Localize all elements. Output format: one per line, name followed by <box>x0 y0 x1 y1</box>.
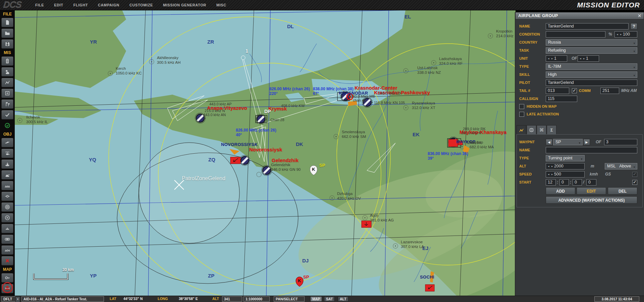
map-canvas[interactable]: YRZRDLELYQZQDKEKYPZPDJEJNOVOROSSIYSKKRAS… <box>15 10 516 296</box>
toolbar-section-file: FILE <box>0 12 15 16</box>
unit-total-spinner[interactable]: 1 <box>578 55 599 62</box>
pilot-input[interactable]: TankerGelend <box>546 80 637 86</box>
plane-icon <box>5 140 10 145</box>
menu-campaign[interactable]: CAMPAIGN <box>98 3 119 7</box>
menu-flight[interactable]: FLIGHT <box>73 3 88 7</box>
circlex-icon <box>5 215 10 220</box>
svg-text:Σ: Σ <box>550 128 553 132</box>
wp-of-label: OF <box>596 139 601 145</box>
edit-waypoint-button[interactable]: EDIT <box>577 187 606 195</box>
probability-spinner[interactable]: 100 <box>614 31 637 38</box>
add-template-button[interactable] <box>1 235 13 244</box>
mission-check-button[interactable] <box>1 121 13 130</box>
menu-customize[interactable]: CUSTOMIZE <box>129 3 153 7</box>
tail-input[interactable]: 013 <box>546 88 569 94</box>
panel-title: AIRPLANE GROUP <box>518 13 558 18</box>
late-activation-checkbox[interactable] <box>519 112 524 117</box>
type-label: TYPE <box>519 63 529 70</box>
comm-checkbox[interactable] <box>572 88 577 93</box>
waypoint-next-button[interactable]: ► <box>583 139 590 145</box>
close-icon[interactable]: ✕ <box>638 12 642 19</box>
map-layer-button[interactable]: MAP <box>310 296 322 302</box>
menu-edit[interactable]: EDIT <box>54 3 63 7</box>
task-select[interactable]: Refueling <box>546 47 637 54</box>
wp-name-input[interactable] <box>546 147 637 153</box>
statics-icon <box>5 183 10 188</box>
open-mission-button[interactable] <box>1 29 13 38</box>
add-shapes-button[interactable] <box>1 245 13 255</box>
type-select[interactable]: IL-78M <box>546 63 637 70</box>
waypoint-prev-button[interactable]: ◄ <box>546 139 552 145</box>
condition-input[interactable] <box>546 31 605 38</box>
add-bullseye-button[interactable] <box>1 202 13 212</box>
new-mission-button[interactable] <box>1 18 13 27</box>
panel-title-bar[interactable]: AIRPLANE GROUP ✕ <box>515 12 644 19</box>
profile-select[interactable]: DFLT <box>1 296 17 302</box>
save-icon <box>5 41 10 47</box>
add-static-button[interactable] <box>1 181 13 190</box>
speed-spinner[interactable]: 500 <box>546 171 585 178</box>
skill-label: SKILL <box>519 71 530 78</box>
checkgreen-icon <box>5 123 10 128</box>
name-input[interactable]: TankerGelend <box>546 23 629 30</box>
dome-icon <box>5 226 10 231</box>
goal-flags-button[interactable] <box>1 99 13 109</box>
tab-payload[interactable]: ⌘ <box>537 125 546 135</box>
add-route-zone-button[interactable] <box>1 192 13 201</box>
add-vehicle-button[interactable] <box>1 170 13 180</box>
add-waypoint-button[interactable]: ADD <box>546 187 575 195</box>
add-farp-button[interactable] <box>1 224 13 233</box>
pilot-label: PILOT <box>519 80 530 86</box>
start-time-checkbox[interactable] <box>632 180 637 185</box>
add-airplane-button[interactable] <box>1 138 13 147</box>
help-button[interactable]: ? <box>631 23 637 30</box>
title-bar: DCS FILEEDITFLIGHTCAMPAIGNCUSTOMIZEMISSI… <box>0 0 644 10</box>
waypoint-select[interactable]: SP <box>553 139 583 145</box>
weather-button[interactable] <box>1 67 13 77</box>
status-bar: DFLT ▼ AID-016 - AI_A2A - Refuel Tanker … <box>0 296 644 302</box>
country-select[interactable]: Russia <box>546 39 637 46</box>
delete-object-button[interactable] <box>1 256 13 265</box>
exit-editor-button[interactable] <box>2 282 13 293</box>
advanced-actions-button[interactable]: ADVANCED (WAYPOINT ACTIONS) <box>546 196 637 204</box>
menu-file[interactable]: FILE <box>35 3 44 7</box>
tab-route[interactable] <box>517 125 526 135</box>
weather-icon <box>5 69 10 74</box>
route-tool-button[interactable] <box>1 78 13 87</box>
mission-options-button[interactable] <box>1 110 13 119</box>
tab-summary[interactable]: Σ <box>547 125 556 135</box>
menu-misc[interactable]: MISC <box>216 3 226 7</box>
add-trigger-zone-button[interactable] <box>1 213 13 222</box>
start-hours-input[interactable]: 12 <box>546 179 556 186</box>
save-mission-button[interactable] <box>1 39 13 49</box>
frequency-input[interactable]: 251 <box>600 88 619 94</box>
callsign-label: CALLSIGN <box>519 96 538 102</box>
map-key-button[interactable] <box>1 273 13 283</box>
sat-layer-button[interactable]: SAT <box>324 296 335 302</box>
mode-box: PAN/SELECT <box>274 296 305 302</box>
wp-type-select[interactable]: Turning point <box>546 155 585 161</box>
alt-ref-select[interactable]: MSL Above <box>605 163 637 169</box>
add-helicopter-button[interactable] <box>1 149 13 158</box>
unit-list-button[interactable] <box>1 89 13 98</box>
key-icon <box>5 275 10 281</box>
start-day-input[interactable]: 0 <box>586 179 596 186</box>
frame-icon <box>5 91 10 96</box>
unit-count-spinner[interactable]: 1 <box>546 55 567 62</box>
start-seconds-input[interactable]: 0 <box>573 179 582 186</box>
circles3-icon <box>5 237 10 242</box>
alt-layer-button[interactable]: ALT <box>338 296 348 302</box>
tab-group[interactable] <box>527 125 536 135</box>
eject-icon <box>2 282 13 293</box>
mission-name-box[interactable]: AID-016 - AI_A2A - Refuel Tanker Test. <box>21 296 104 302</box>
start-minutes-input[interactable]: 0 <box>559 179 569 186</box>
del-waypoint-button[interactable]: DEL <box>608 187 637 195</box>
alt-spinner[interactable]: 2000 <box>546 163 585 169</box>
callsign-input[interactable]: 115 <box>546 96 577 102</box>
profile-dropdown-icon[interactable]: ▼ <box>15 296 20 302</box>
hidden-on-map-checkbox[interactable] <box>519 104 524 109</box>
skill-select[interactable]: High <box>546 71 637 78</box>
add-ship-button[interactable] <box>1 159 13 169</box>
menu-mission-generator[interactable]: MISSION GENERATOR <box>163 3 206 7</box>
briefing-button[interactable] <box>1 56 13 66</box>
